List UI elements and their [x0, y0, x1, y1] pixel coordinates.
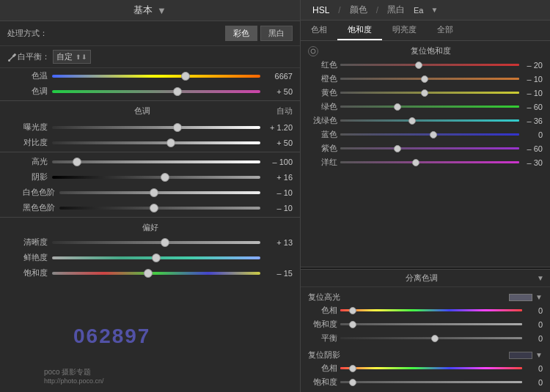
tab-saturation[interactable]: 饱和度 [337, 21, 382, 40]
highlights-thumb[interactable] [73, 158, 81, 166]
whites-thumb[interactable] [150, 188, 158, 197]
hsl-red-thumb[interactable] [415, 62, 422, 69]
vibrance-row: 鲜艳度 [0, 250, 300, 265]
balance-label: 平衡 [308, 333, 337, 344]
highlights-track [52, 160, 260, 163]
hsl-purple-slider[interactable] [340, 144, 519, 153]
temp-slider[interactable] [52, 71, 260, 81]
saturation-track [52, 272, 260, 275]
shadows-slider[interactable] [52, 172, 260, 182]
hsl-orange-row: 橙色 – 10 [305, 72, 546, 86]
hsl-orange-slider[interactable] [340, 75, 519, 84]
vibrance-slider[interactable] [52, 253, 260, 263]
shadows-thumb[interactable] [161, 173, 169, 182]
tab-hue[interactable]: 色相 [301, 21, 337, 40]
tone-section-title: 色调 [7, 106, 276, 117]
hl-hue-row: 色相 0 [305, 303, 546, 317]
contrast-thumb[interactable] [166, 138, 175, 147]
hsl-green-slider[interactable] [340, 103, 519, 111]
bw-header-label: 黑白 [387, 4, 405, 16]
blacks-slider[interactable] [59, 203, 260, 213]
hsl-green-value: – 60 [522, 103, 543, 111]
hl-hue-track [340, 309, 522, 311]
right-panel-header: HSL / 颜色 / 黑白 Ea ▼ [301, 0, 550, 21]
dropper-icon[interactable] [7, 52, 18, 62]
exposure-slider[interactable] [52, 122, 260, 133]
highlights-slider[interactable] [52, 157, 260, 167]
highlight-color-swatch[interactable] [509, 294, 532, 301]
tint-slider[interactable] [52, 86, 260, 97]
hsl-purple-value: – 60 [522, 144, 543, 153]
balance-thumb[interactable] [431, 335, 439, 342]
left-panel-header: 基本 ▼ [0, 0, 300, 21]
hl-hue-label: 色相 [308, 305, 337, 316]
hl-sat-thumb[interactable] [349, 321, 356, 328]
vibrance-thumb[interactable] [152, 254, 161, 262]
sh-sat-value: 0 [525, 378, 543, 387]
hsl-blue-slider[interactable] [340, 130, 519, 139]
tint-thumb[interactable] [173, 87, 182, 96]
blacks-label: 黑色色阶 [7, 202, 55, 213]
hsl-purple-row: 紫色 – 60 [305, 141, 546, 155]
saturation-thumb[interactable] [144, 269, 153, 278]
sh-hue-thumb[interactable] [349, 365, 356, 372]
hsl-red-slider[interactable] [340, 61, 519, 70]
temp-track [52, 75, 260, 78]
hsl-yellow-thumb[interactable] [421, 89, 428, 97]
processing-row: 处理方式： 彩色 黑白 [0, 21, 300, 46]
hsl-magenta-slider[interactable] [340, 158, 519, 167]
left-panel-arrow: ▼ [157, 5, 166, 16]
tone-sep-header: 分离色调 ▼ [301, 270, 550, 287]
sh-sat-slider[interactable] [340, 378, 522, 387]
hsl-aqua-thumb[interactable] [408, 117, 416, 125]
sat-header-row: 复位饱和度 [305, 44, 546, 58]
hsl-blue-track [340, 133, 519, 136]
hsl-section: 复位饱和度 红色 – 20 橙色 – 10 [301, 41, 550, 267]
hl-sat-slider[interactable] [340, 320, 522, 329]
blacks-thumb[interactable] [150, 204, 158, 212]
temp-thumb[interactable] [181, 72, 190, 81]
header-sep2: / [376, 5, 378, 15]
exposure-thumb[interactable] [173, 123, 182, 132]
contrast-track [52, 141, 260, 144]
tab-luminance[interactable]: 明亮度 [382, 21, 427, 40]
temp-row: 色温 6667 [0, 68, 300, 84]
hsl-yellow-slider[interactable] [340, 89, 519, 97]
balance-slider[interactable] [340, 334, 522, 343]
contrast-slider[interactable] [52, 138, 260, 148]
right-panel: HSL / 颜色 / 黑白 Ea ▼ 色相 饱和度 明亮度 全部 复位饱和度 [301, 0, 550, 392]
sat-reset-circle[interactable] [308, 46, 318, 56]
hsl-green-thumb[interactable] [394, 103, 401, 111]
sh-hue-slider[interactable] [340, 364, 522, 373]
hsl-purple-thumb[interactable] [394, 145, 401, 152]
clarity-slider[interactable] [52, 237, 260, 248]
hl-hue-slider[interactable] [340, 306, 522, 315]
whites-slider[interactable] [59, 188, 260, 198]
color-mode-button[interactable]: 彩色 [225, 26, 257, 41]
hsl-blue-thumb[interactable] [430, 131, 437, 138]
whites-track [59, 191, 260, 194]
clarity-track [52, 241, 260, 244]
contrast-value: + 50 [265, 138, 293, 147]
svg-point-3 [311, 49, 315, 53]
shadows-label: 阴影 [7, 171, 48, 182]
clarity-thumb[interactable] [161, 238, 169, 247]
sh-hue-row: 色相 0 [305, 361, 546, 375]
tab-all[interactable]: 全部 [427, 21, 463, 40]
hsl-yellow-row: 黄色 – 10 [305, 86, 546, 100]
tint-track [52, 90, 260, 93]
wb-dropdown[interactable]: 自定 ⬆⬇ [53, 50, 91, 64]
hsl-aqua-slider[interactable] [340, 117, 519, 125]
bw-mode-button[interactable]: 黑白 [260, 26, 293, 41]
hsl-magenta-thumb[interactable] [412, 159, 419, 166]
hsl-magenta-row: 洋红 – 30 [305, 155, 546, 169]
whites-row: 白色色阶 – 10 [0, 185, 300, 200]
hsl-purple-label: 紫色 [308, 143, 337, 154]
shadow-color-swatch[interactable] [509, 352, 532, 359]
sh-sat-thumb[interactable] [349, 379, 356, 386]
hl-hue-thumb[interactable] [349, 307, 356, 314]
hsl-orange-thumb[interactable] [421, 75, 428, 83]
auto-button[interactable]: 自动 [276, 106, 293, 117]
exposure-row: 曝光度 + 1.20 [0, 119, 300, 135]
saturation-slider[interactable] [52, 268, 260, 278]
